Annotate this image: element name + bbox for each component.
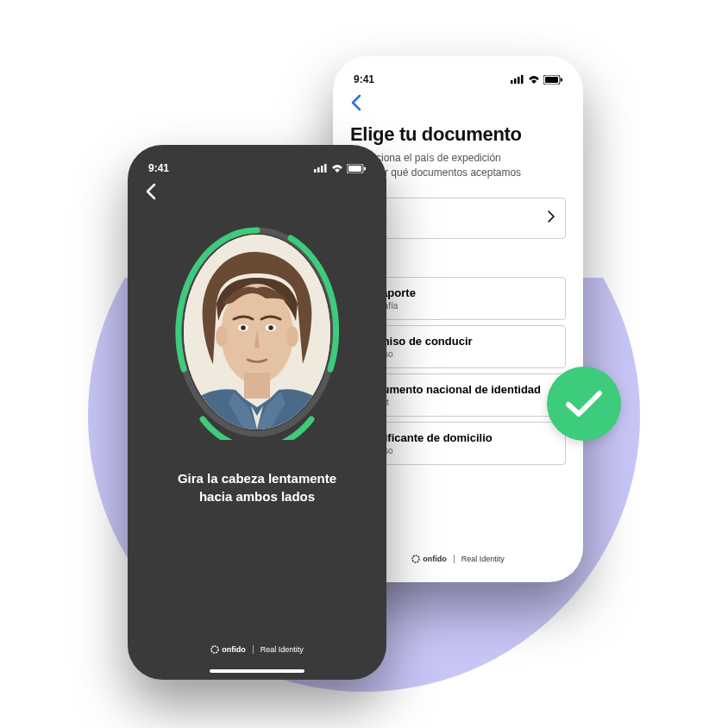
battery-icon — [543, 75, 562, 85]
status-icons — [511, 75, 562, 85]
svg-point-7 — [412, 555, 419, 562]
instruction-text: Gira la cabeza lentamente hacia ambos la… — [145, 469, 369, 505]
chevron-right-icon — [548, 210, 555, 226]
onfido-logo: onfido — [210, 645, 246, 654]
page-title: Elige tu documento — [350, 123, 566, 146]
signal-icon — [511, 75, 524, 84]
battery-icon — [347, 164, 366, 173]
brand-divider — [253, 645, 254, 654]
svg-rect-5 — [545, 77, 558, 83]
document-subtitle: fotografía — [361, 301, 555, 311]
document-subtitle: Anverso — [361, 446, 555, 455]
success-check-badge — [547, 367, 621, 441]
document-name: Permiso de conducir — [361, 335, 555, 348]
document-name: Pasaporte — [361, 286, 555, 299]
onfido-logo: onfido — [411, 555, 447, 563]
wifi-icon — [331, 164, 343, 173]
status-time: 9:41 — [354, 73, 374, 85]
document-name: Documento nacional de identidad — [361, 383, 555, 396]
status-time: 9:41 — [148, 162, 169, 174]
svg-rect-3 — [521, 75, 524, 84]
face-capture-area — [145, 224, 369, 440]
home-indicator — [210, 669, 304, 673]
svg-rect-1 — [514, 78, 517, 84]
face-oval-frame — [173, 224, 341, 440]
document-subtitle: Anverso — [361, 349, 555, 359]
svg-rect-2 — [518, 77, 520, 84]
signal-icon — [314, 164, 328, 173]
status-icons — [314, 164, 366, 173]
svg-rect-14 — [364, 166, 366, 170]
back-button[interactable] — [145, 183, 369, 200]
brand-tagline: Real Identity — [260, 645, 304, 654]
brand-tagline: Real Identity — [461, 555, 505, 563]
check-icon — [565, 389, 603, 418]
svg-rect-0 — [511, 80, 513, 84]
svg-rect-6 — [561, 78, 562, 81]
document-name: Justificante de domicilio — [361, 431, 555, 444]
document-subtitle: Devant — [361, 398, 555, 407]
svg-rect-10 — [321, 166, 323, 173]
status-bar: 9:41 — [350, 72, 566, 94]
progress-ring — [173, 224, 341, 440]
onfido-mark-icon — [411, 555, 420, 563]
brand-footer: onfido Real Identity — [128, 645, 386, 654]
back-button[interactable] — [350, 94, 566, 111]
wifi-icon — [528, 75, 540, 84]
svg-rect-8 — [314, 169, 317, 173]
svg-rect-13 — [348, 166, 361, 172]
status-bar: 9:41 — [145, 160, 369, 183]
svg-rect-11 — [324, 164, 327, 173]
phone-face-capture: 9:41 — [128, 145, 386, 680]
svg-point-25 — [211, 646, 218, 653]
onfido-mark-icon — [210, 645, 219, 654]
svg-rect-9 — [317, 167, 320, 173]
brand-divider — [454, 555, 455, 563]
